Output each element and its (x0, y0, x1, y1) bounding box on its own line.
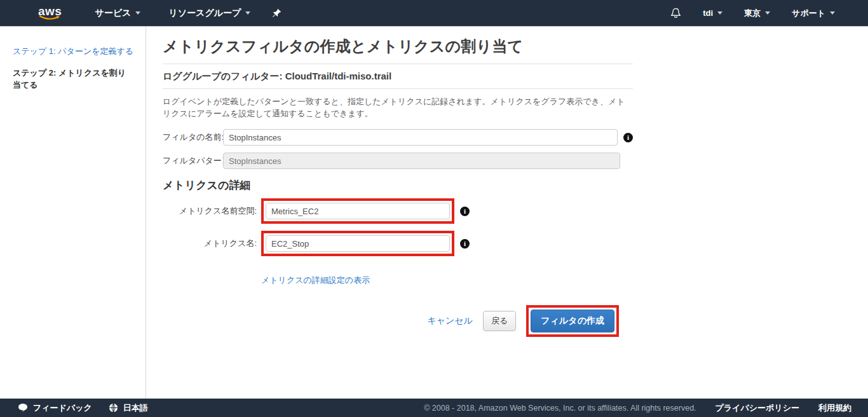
footer-right: © 2008 - 2018, Amazon Web Services, Inc.… (424, 402, 868, 414)
metric-details-heading: メトリクスの詳細 (163, 178, 633, 193)
primary-nav: サービス リソースグループ (95, 8, 250, 19)
log-group-filter-heading: ロググループのフィルター: CloudTrail/tdi-miso.trail (163, 71, 633, 83)
show-advanced-metric-settings-link[interactable]: メトリクスの詳細設定の表示 (261, 275, 370, 286)
account-menu[interactable]: tdi (703, 8, 722, 18)
globe-icon (109, 403, 118, 413)
metric-namespace-input[interactable] (266, 203, 450, 219)
sidebar-step-2-current: ステップ 2: メトリクスを割り当てる (13, 67, 134, 91)
chevron-down-icon (245, 11, 250, 15)
metric-namespace-label: メトリクス名前空間: (163, 205, 257, 217)
support-menu[interactable]: サポート (792, 8, 835, 19)
annotation-box (261, 198, 454, 224)
description-text: ログイベントが定義したパターンと一致すると、指定したメトリクスに記録されます。メ… (163, 95, 633, 120)
footer-left: フィードバック 日本語 (0, 402, 148, 414)
pin-shortcut-button[interactable] (272, 8, 281, 18)
page-title: メトリクスフィルタの作成とメトリクスの割り当て (163, 36, 633, 57)
back-button[interactable]: 戻る (483, 311, 516, 331)
info-icon[interactable]: i (460, 207, 470, 216)
utility-nav: tdi 東京 サポート (670, 8, 868, 19)
chevron-down-icon (765, 11, 770, 15)
page-body: ステップ 1: パターンを定義する ステップ 2: メトリクスを割り当てる メト… (0, 26, 868, 399)
notifications-button[interactable] (670, 8, 681, 19)
copyright-text: © 2008 - 2018, Amazon Web Services, Inc.… (424, 404, 696, 413)
terms-of-use-link[interactable]: 利用規約 (818, 402, 851, 414)
aws-logo[interactable]: aws (38, 6, 62, 21)
speech-bubble-icon (18, 403, 28, 413)
wizard-steps-sidebar: ステップ 1: パターンを定義する ステップ 2: メトリクスを割り当てる (0, 26, 146, 399)
filter-name-row: フィルタの名前: i (163, 129, 633, 146)
top-navigation-bar: aws サービス リソースグループ tdi (0, 0, 868, 26)
chevron-down-icon (830, 11, 835, 15)
annotation-box (261, 231, 454, 256)
annotation-box: フィルタの作成 (526, 305, 619, 337)
metric-name-input[interactable] (266, 235, 450, 252)
form-actions: キャンセル 戻る フィルタの作成 (163, 305, 633, 337)
pin-icon (272, 8, 281, 18)
divider (163, 88, 633, 89)
main-content: メトリクスフィルタの作成とメトリクスの割り当て ロググループのフィルター: Cl… (146, 26, 868, 399)
bell-icon (670, 8, 681, 19)
chevron-down-icon (135, 11, 140, 15)
language-selector[interactable]: 日本語 (109, 402, 148, 414)
filter-pattern-label: フィルタパターン: (163, 155, 219, 167)
footer-bar: フィードバック 日本語 © 2008 - 2018, Amazon Web Se… (0, 399, 868, 417)
nav-services-menu[interactable]: サービス (95, 8, 140, 19)
metric-name-row: メトリクス名: i (163, 231, 633, 256)
cancel-link[interactable]: キャンセル (427, 315, 473, 327)
divider (163, 64, 633, 64)
filter-name-input[interactable] (223, 129, 618, 146)
filter-name-label: フィルタの名前: (163, 132, 219, 143)
create-filter-button[interactable]: フィルタの作成 (531, 310, 614, 332)
feedback-button[interactable]: フィードバック (18, 402, 92, 414)
info-icon[interactable]: i (623, 133, 633, 142)
filter-pattern-input (223, 153, 620, 169)
info-icon[interactable]: i (460, 239, 470, 249)
privacy-policy-link[interactable]: プライバシーポリシー (715, 402, 799, 414)
nav-resource-groups-menu[interactable]: リソースグループ (168, 8, 250, 19)
chevron-down-icon (717, 11, 722, 15)
sidebar-step-1-link[interactable]: ステップ 1: パターンを定義する (13, 45, 134, 57)
metric-namespace-row: メトリクス名前空間: i (163, 198, 633, 224)
metric-name-label: メトリクス名: (163, 238, 257, 249)
region-menu[interactable]: 東京 (744, 8, 770, 19)
aws-smile-icon (39, 15, 61, 21)
filter-pattern-row: フィルタパターン: (163, 153, 633, 169)
